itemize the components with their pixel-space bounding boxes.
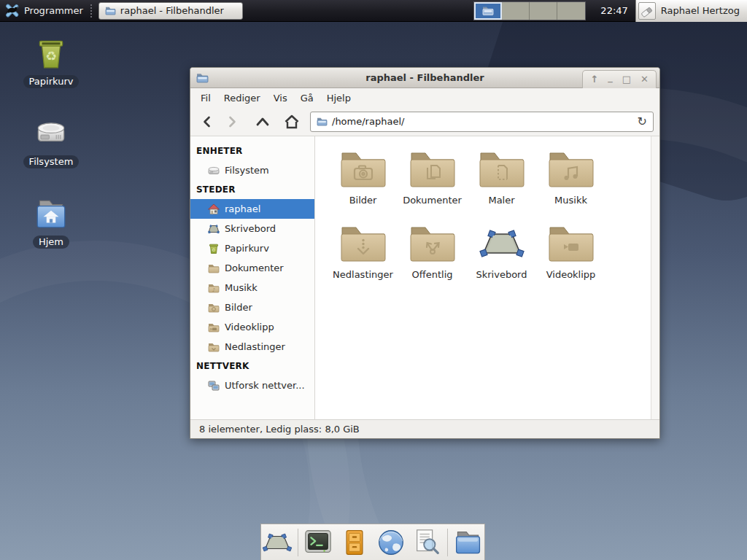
shade-button[interactable]: ↑ [590,74,598,84]
workspace-3[interactable] [530,2,557,20]
up-button[interactable] [252,112,274,132]
sidebar-item-nedlastinger[interactable]: Nedlastinger [190,337,314,357]
taskbar-window-button[interactable]: raphael - Filbehandler [98,2,243,20]
back-icon [201,115,214,128]
file-item-dokumenter[interactable]: Dokumenter [398,145,467,219]
up-icon [255,116,270,128]
home-icon [208,203,220,215]
path-bar[interactable]: /home/raphael/ ↻ [310,112,654,132]
sidebar-item-label: Skrivebord [225,223,276,234]
menu-fil[interactable]: Fil [195,90,217,106]
folder-icon [208,322,220,333]
web-browser-icon [376,527,406,558]
file-item-videoklipp[interactable]: Videoklipp [536,219,605,294]
sidebar-item-label: Dokumenter [225,262,284,273]
terminal-icon [303,527,333,558]
folder-icon camera-emblem [340,149,387,189]
file-item-bilder[interactable]: Bilder [328,145,398,219]
close-button[interactable]: ✕ [640,74,649,84]
folder-icon [208,302,220,314]
workspace-4[interactable] [557,2,585,20]
svg-text:♻: ♻ [212,246,215,252]
file-label: Nedlastinger [333,269,393,280]
workspace-1[interactable] [474,2,502,20]
sidebar-item-label: raphael [225,203,260,214]
sidebar-item-videoklipp[interactable]: Videoklipp [190,317,314,337]
sidebar-item-bilder[interactable]: Bilder [190,298,314,317]
path-value[interactable]: /home/raphael/ [332,116,633,127]
workspace-2[interactable] [502,2,530,20]
folder-icon download-emblem [340,224,387,263]
file-item-nedlastinger[interactable]: Nedlastinger [328,219,398,294]
file-item-maler[interactable]: Maler [467,145,536,219]
menu-rediger[interactable]: Rediger [218,90,266,106]
svg-text:♻: ♻ [45,49,57,63]
statusbar: 8 ielementer, Ledig plass: 8,0 GiB [190,419,659,438]
file-manager-launcher[interactable] [452,526,484,559]
show-desktop-icon [262,529,293,556]
workspace-window-icon [482,5,494,16]
menu-hjelp[interactable]: Hjelp [321,90,357,106]
terminal-launcher[interactable] [303,526,335,559]
folder-icon template-emblem [479,149,525,189]
sidebar-item-musikk[interactable]: ♪ Musikk [190,278,314,298]
file-item-musikk[interactable]: Musikk [536,145,605,219]
sidebar-item-raphael[interactable]: raphael [190,199,314,219]
trash-icon: ♻ [33,35,69,71]
home-icon [284,114,300,129]
back-button[interactable] [196,112,218,132]
harddrive-icon [33,115,69,152]
file-label: Bilder [349,195,377,206]
folder-icon: ♪ [208,282,220,294]
dock-separator [298,529,298,556]
file-label: Skrivebord [476,269,527,280]
folder-icon [208,262,220,274]
taskbar-window-label: raphael - Filbehandler [120,5,224,16]
sidebar-item-papirkurv[interactable]: ♻ Papirkurv [190,238,314,258]
desktop-icon-trash[interactable]: ♻ Papirkurv [15,35,88,88]
menu-ga[interactable]: Gå [295,90,320,106]
show-desktop-button[interactable] [261,526,293,559]
file-label: Dokumenter [403,195,462,206]
file-item-offentlig[interactable]: Offentlig [398,219,467,294]
home-button[interactable] [281,112,303,132]
desktop-icon [208,223,220,235]
forward-icon [225,115,239,128]
desktop-icon-filesystem[interactable]: Filsystem [15,115,88,168]
maximize-button[interactable]: □ [622,74,631,84]
desktop-icon-home[interactable]: Hjem [15,195,88,249]
minimize-button[interactable]: _ [608,72,613,82]
sidebar-item-skrivebord[interactable]: Skrivebord [190,219,314,238]
file-label: Offentlig [412,269,453,280]
window-controls: ↑ _ □ ✕ [582,70,657,88]
sidebar-header-devices: ENHETER [190,141,314,160]
file-label: Musikk [554,195,587,206]
panel-handle [90,4,95,18]
dock [260,524,485,560]
file-item-skrivebord[interactable]: Skrivebord [467,219,536,294]
sidebar-item-network[interactable]: Utforsk nettver... [190,376,314,395]
sidebar-item-label: Utforsk nettver... [225,380,305,391]
network-icon [208,380,220,392]
file-cabinet-icon [340,527,369,558]
user-actions-button[interactable]: Raphael Hertzog [635,0,747,22]
sidebar-header-network: NETTVERK [190,357,314,376]
file-cabinet-launcher[interactable] [338,526,371,559]
sidebar-item-dokumenter[interactable]: Dokumenter [190,258,314,278]
clock[interactable]: 22:47 [600,5,627,16]
desktop-icon-label: Hjem [33,236,69,249]
menu-vis[interactable]: Vis [268,90,293,106]
search-launcher[interactable] [411,526,443,559]
file-view[interactable]: Bilder Dokumenter [315,136,659,419]
web-browser-launcher[interactable] [375,526,407,559]
sidebar-item-label: Videoklipp [225,322,274,332]
path-folder-icon [317,117,328,126]
applications-menu-button[interactable]: Programmer [0,0,90,21]
forward-button[interactable] [221,112,243,132]
titlebar[interactable]: raphael - Filbehandler ↑ _ □ ✕ [190,68,659,88]
scrollbar[interactable] [651,136,659,419]
reload-icon[interactable]: ↻ [638,114,647,128]
desktop-icon-label: Filsystem [23,155,80,168]
sidebar-item-filsystem[interactable]: Filsystem [190,160,314,180]
window-folder-icon [196,72,209,83]
